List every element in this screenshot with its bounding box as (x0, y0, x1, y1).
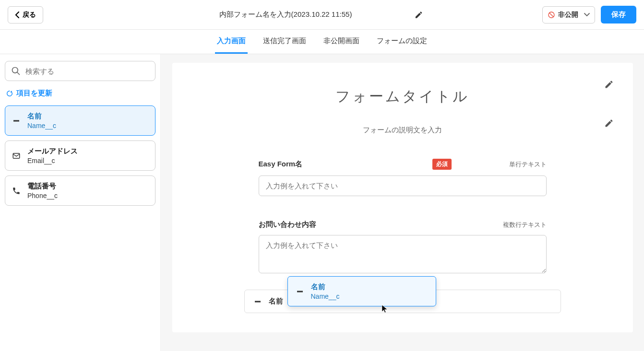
chevron-down-icon (584, 13, 590, 17)
form-description: フォームの説明文を入力 (363, 126, 442, 135)
form-field-inquiry: お問い合わせ内容 複数行テキスト (259, 220, 547, 275)
drop-label: 名前 (269, 297, 283, 306)
mail-icon (12, 152, 21, 160)
field-api-name: Name__c (27, 122, 56, 129)
tab-input-screen[interactable]: 入力画面 (215, 30, 248, 54)
prohibit-icon (548, 11, 555, 19)
back-label: 戻る (23, 11, 36, 19)
svg-line-3 (17, 72, 20, 75)
tab-form-settings[interactable]: フォームの設定 (375, 30, 429, 54)
chevron-left-icon (15, 12, 20, 18)
sidebar: 項目を更新 名前 Name__c メールアドレス Email__c (0, 54, 161, 351)
search-icon (11, 66, 21, 76)
edit-title-button[interactable] (604, 80, 614, 89)
tab-private-screen[interactable]: 非公開画面 (322, 30, 361, 54)
minus-icon (253, 297, 262, 306)
visibility-dropdown[interactable]: 非公開 (542, 6, 595, 23)
drag-ghost: 名前 Name__c (287, 276, 436, 306)
refresh-label: 項目を更新 (16, 89, 52, 98)
ghost-api: Name__c (311, 292, 340, 300)
textarea-input[interactable] (259, 235, 547, 273)
svg-rect-7 (297, 291, 303, 292)
header: 戻る 内部フォーム名を入力(2023.10.22 11:55) 非公開 保存 (0, 0, 644, 30)
field-label: お問い合わせ内容 (259, 220, 316, 229)
tabs-bar: 入力画面 送信完了画面 非公開画面 フォームの設定 (0, 30, 644, 54)
field-label: 電話番号 (27, 182, 58, 191)
search-input[interactable] (25, 67, 149, 75)
field-type-label: 複数行テキスト (503, 221, 547, 229)
tab-complete-screen[interactable]: 送信完了画面 (261, 30, 308, 54)
search-field[interactable] (5, 61, 155, 81)
svg-line-1 (549, 12, 554, 17)
form-title: フォームタイトル (335, 87, 469, 106)
text-input[interactable] (259, 176, 547, 196)
svg-rect-6 (255, 301, 261, 302)
field-card-email[interactable]: メールアドレス Email__c (5, 140, 155, 171)
visibility-label: 非公開 (558, 11, 578, 19)
svg-rect-4 (13, 120, 19, 121)
field-label: Easy Form名 (259, 160, 303, 169)
minus-icon (296, 287, 304, 296)
pencil-icon (414, 11, 423, 19)
field-card-name[interactable]: 名前 Name__c (5, 105, 155, 136)
back-button[interactable]: 戻る (8, 6, 43, 23)
field-card-phone[interactable]: 電話番号 Phone__c (5, 176, 155, 206)
field-api-name: Email__c (27, 157, 78, 164)
phone-icon (12, 187, 21, 195)
refresh-icon (6, 90, 13, 97)
edit-form-name-button[interactable] (412, 9, 425, 21)
field-label: メールアドレス (27, 147, 78, 156)
field-type-label: 単行テキスト (509, 160, 547, 169)
edit-description-button[interactable] (604, 118, 614, 128)
field-api-name: Phone__c (27, 192, 58, 199)
minus-icon (12, 117, 21, 125)
form-field-easyform-name: Easy Form名 必須 単行テキスト (259, 159, 547, 196)
field-label: 名前 (27, 112, 56, 121)
ghost-label: 名前 (311, 282, 340, 292)
form-surface: フォームタイトル フォームの説明文を入力 Easy Form名 必須 単行テキス… (172, 63, 633, 332)
form-name: 内部フォーム名を入力(2023.10.22 11:55) (219, 10, 352, 19)
save-button[interactable]: 保存 (601, 6, 636, 23)
refresh-fields-button[interactable]: 項目を更新 (5, 88, 155, 99)
canvas: フォームタイトル フォームの説明文を入力 Easy Form名 必須 単行テキス… (161, 54, 644, 351)
required-badge: 必須 (432, 159, 452, 170)
